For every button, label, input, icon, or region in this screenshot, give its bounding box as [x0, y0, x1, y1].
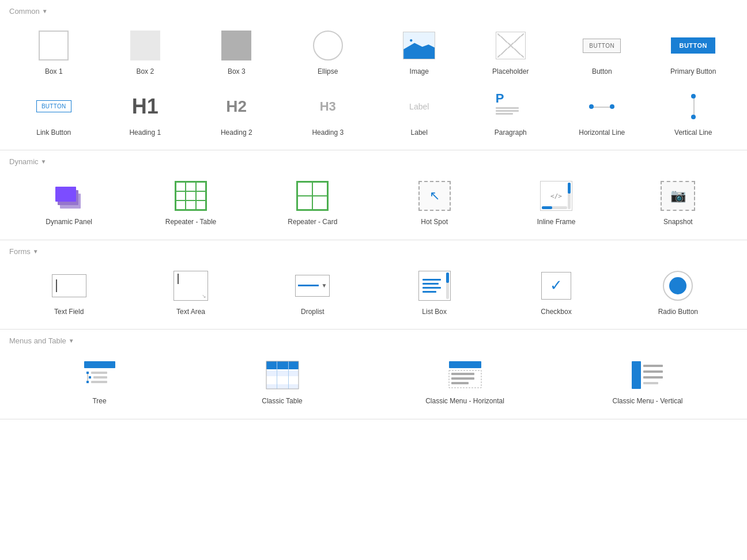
- svg-rect-6: [89, 376, 91, 379]
- widget-button[interactable]: BUTTON Button: [557, 24, 647, 80]
- svg-rect-10: [87, 374, 88, 381]
- common-section-header[interactable]: Common ▼: [9, 7, 738, 16]
- forms-section-header[interactable]: Forms ▼: [9, 247, 738, 256]
- list-box-label: List Box: [422, 308, 447, 317]
- droplist-icon: ▼: [294, 267, 331, 304]
- menus-table-items-grid: Tree: [9, 353, 738, 410]
- widget-text-area[interactable]: ↘ Text Area: [131, 264, 250, 320]
- widget-snapshot[interactable]: 📷 Snapshot: [618, 174, 738, 230]
- menus-table-chevron-icon: ▼: [69, 338, 74, 344]
- svg-rect-18: [449, 361, 481, 368]
- widget-inline-frame[interactable]: </> Inline Frame: [496, 174, 616, 230]
- droplist-label: Droplist: [301, 308, 325, 317]
- repeater-table-label: Repeater - Table: [165, 218, 217, 227]
- widget-droplist[interactable]: ▼ Droplist: [253, 264, 372, 320]
- widget-repeater-card[interactable]: Repeater - Card: [253, 174, 372, 230]
- svg-rect-13: [266, 377, 299, 383]
- hline-icon: [583, 88, 620, 125]
- widget-classic-menu-h[interactable]: Classic Menu - Horizontal: [375, 353, 555, 410]
- widget-vline[interactable]: Vertical Line: [649, 85, 738, 141]
- tree-icon: [81, 357, 118, 393]
- svg-rect-9: [91, 381, 107, 383]
- widget-repeater-table[interactable]: Repeater - Table: [131, 174, 250, 230]
- dynamic-section-label: Dynamic: [9, 157, 39, 166]
- image-label: Image: [410, 67, 429, 77]
- widget-label[interactable]: Label Label: [375, 85, 464, 141]
- heading1-icon: H1: [127, 88, 164, 125]
- dynamic-section-header[interactable]: Dynamic ▼: [9, 157, 738, 166]
- widget-checkbox[interactable]: ✓ Checkbox: [496, 264, 616, 320]
- box2-label: Box 2: [136, 67, 154, 77]
- widget-paragraph[interactable]: P Paragraph: [466, 85, 556, 141]
- widget-classic-menu-v[interactable]: Classic Menu - Vertical: [557, 353, 738, 410]
- svg-rect-15: [277, 361, 277, 389]
- widget-hotspot[interactable]: ↖ Hot Spot: [375, 174, 494, 230]
- dynamic-items-grid: Dynamic Panel Repeater - Table Repeat: [9, 174, 738, 230]
- widget-radio-button[interactable]: Radio Button: [618, 264, 738, 320]
- text-field-label: Text Field: [54, 308, 84, 317]
- classic-table-icon: [264, 357, 301, 393]
- widget-box3[interactable]: Box 3: [192, 24, 281, 80]
- svg-rect-22: [451, 382, 469, 384]
- widget-box2[interactable]: Box 2: [101, 24, 190, 80]
- link-button-icon: BUTTON: [35, 88, 72, 125]
- primary-button-label: Primary Button: [670, 67, 716, 77]
- vline-label: Vertical Line: [674, 128, 712, 138]
- widget-placeholder[interactable]: Placeholder: [466, 24, 556, 80]
- widget-heading1[interactable]: H1 Heading 1: [101, 85, 190, 141]
- ellipse-label: Ellipse: [318, 67, 338, 77]
- common-section: Common ▼ Box 1 Box 2 Box 3: [0, 0, 747, 150]
- menus-table-section: Menus and Table ▼ Tr: [0, 330, 747, 419]
- ellipse-icon: [310, 27, 346, 64]
- heading3-icon: H3: [310, 88, 346, 125]
- widget-heading3[interactable]: H3 Heading 3: [284, 85, 373, 141]
- classic-table-label: Classic Table: [262, 397, 302, 406]
- widget-classic-table[interactable]: Classic Table: [192, 353, 372, 410]
- svg-rect-5: [91, 372, 107, 374]
- repeater-table-icon: [172, 177, 209, 214]
- forms-chevron-icon: ▼: [33, 248, 39, 255]
- svg-rect-21: [451, 377, 474, 380]
- text-area-label: Text Area: [176, 308, 205, 317]
- paragraph-label: Paragraph: [495, 128, 527, 138]
- svg-rect-23: [632, 361, 641, 389]
- widget-image[interactable]: Image: [375, 24, 464, 80]
- svg-rect-4: [86, 372, 89, 374]
- vline-icon: [675, 88, 712, 125]
- widget-tree[interactable]: Tree: [9, 353, 190, 410]
- tree-label: Tree: [92, 397, 106, 406]
- text-area-icon: ↘: [172, 267, 209, 304]
- widget-hline[interactable]: Horizontal Line: [557, 85, 647, 141]
- repeater-card-icon: [294, 177, 331, 214]
- widget-box1[interactable]: Box 1: [9, 24, 99, 80]
- svg-rect-3: [84, 361, 115, 368]
- hline-label: Horizontal Line: [579, 128, 625, 138]
- svg-rect-11: [266, 361, 299, 369]
- svg-rect-26: [643, 376, 663, 379]
- placeholder-icon: [492, 27, 529, 64]
- snapshot-icon: 📷: [659, 177, 696, 214]
- widget-ellipse[interactable]: Ellipse: [284, 24, 373, 80]
- menus-table-section-header[interactable]: Menus and Table ▼: [9, 336, 738, 345]
- label-label: Label: [411, 128, 428, 138]
- widget-primary-button[interactable]: BUTTON Primary Button: [649, 24, 738, 80]
- forms-items-grid: Text Field ↘ Text Area ▼ Droplist: [9, 264, 738, 320]
- heading1-label: Heading 1: [129, 128, 161, 138]
- common-chevron-icon: ▼: [42, 8, 48, 14]
- widget-list-box[interactable]: List Box: [375, 264, 494, 320]
- checkbox-label: Checkbox: [541, 308, 571, 317]
- widget-text-field[interactable]: Text Field: [9, 264, 129, 320]
- widget-dynamic-panel[interactable]: Dynamic Panel: [9, 174, 129, 230]
- dynamic-panel-label: Dynamic Panel: [46, 218, 92, 227]
- classic-menu-v-label: Classic Menu - Vertical: [612, 397, 682, 406]
- box1-icon: [35, 27, 72, 64]
- widget-link-button[interactable]: BUTTON Link Button: [9, 85, 99, 141]
- svg-rect-27: [643, 382, 658, 384]
- label-icon: Label: [401, 88, 437, 125]
- widget-heading2[interactable]: H2 Heading 2: [192, 85, 281, 141]
- heading3-label: Heading 3: [312, 128, 344, 138]
- svg-rect-24: [643, 365, 663, 367]
- list-box-icon: [416, 267, 453, 304]
- text-field-icon: [51, 267, 88, 304]
- radio-button-icon: [659, 267, 696, 304]
